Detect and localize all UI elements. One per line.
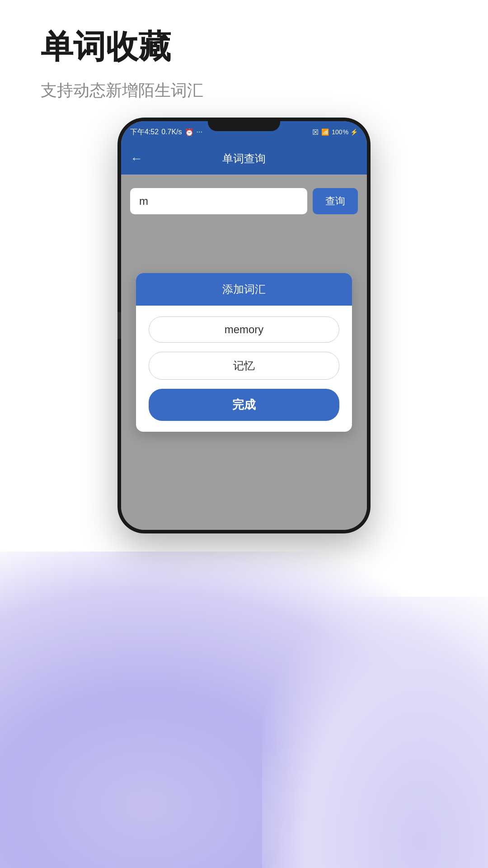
background-gradient-right — [262, 597, 488, 868]
status-alarm-icon: ⏰ — [185, 128, 194, 137]
phone-notch — [208, 118, 280, 131]
status-x-icon: ☒ — [312, 128, 319, 137]
dialog-confirm-button[interactable]: 完成 — [149, 389, 340, 421]
app-bar: ← 单词查询 — [121, 143, 367, 175]
battery-level: 100 — [332, 128, 342, 136]
dialog-body: memory 记忆 完成 — [136, 306, 352, 432]
page-title: 单词收藏 — [41, 27, 203, 66]
status-network: 0.7K/s — [161, 128, 182, 136]
battery-icon: 100% ⚡ — [332, 128, 358, 136]
dialog-header: 添加词汇 — [136, 273, 352, 306]
phone-side-button — [117, 312, 121, 339]
wifi-icon: 📶 — [321, 128, 329, 136]
dialog-title: 添加词汇 — [145, 282, 343, 297]
app-bar-title: 单词查询 — [222, 151, 266, 166]
page-header: 单词收藏 支持动态新增陌生词汇 — [41, 27, 203, 102]
back-button[interactable]: ← — [130, 151, 143, 166]
phone-frame: 下午4:52 0.7K/s ⏰ ··· ☒ 📶 100% ⚡ ← 单词查询 — [117, 118, 371, 533]
status-bar-left: 下午4:52 0.7K/s ⏰ ··· — [130, 127, 202, 137]
dialog: 添加词汇 memory 记忆 完成 — [136, 273, 352, 432]
screen-content: m 查询 添加词汇 memory 记忆 完成 — [121, 175, 367, 530]
dialog-overlay: 添加词汇 memory 记忆 完成 — [121, 175, 367, 530]
page-subtitle: 支持动态新增陌生词汇 — [41, 80, 203, 102]
dialog-translation-field[interactable]: 记忆 — [149, 352, 340, 380]
phone-screen: 下午4:52 0.7K/s ⏰ ··· ☒ 📶 100% ⚡ ← 单词查询 — [121, 121, 367, 530]
status-dots: ··· — [197, 128, 202, 136]
status-time: 下午4:52 — [130, 127, 159, 137]
dialog-word-field[interactable]: memory — [149, 316, 340, 343]
status-bar-right: ☒ 📶 100% ⚡ — [312, 128, 358, 137]
